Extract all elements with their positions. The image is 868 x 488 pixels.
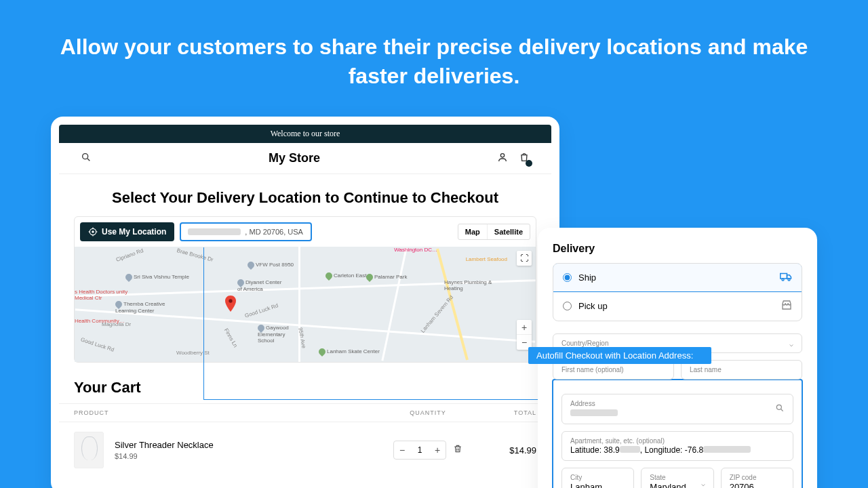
cart-table-header: PRODUCT QUANTITY TOTAL [59,403,551,422]
map-poi: Carleton East [326,272,366,279]
zoom-control: + − [517,320,532,350]
welcome-bar: Welcome to our store [59,125,551,143]
chevron-down-icon: ⌵ [789,340,793,347]
pickup-option[interactable]: Pick up [553,291,802,321]
zip-field[interactable]: ZIP code20706 [721,468,793,488]
ship-option[interactable]: Ship [553,263,802,292]
cart-item-row: Silver Threader Necklace $14.99 − 1 + $1… [59,422,551,478]
road-label: Finns Ln [223,327,239,348]
store-card: Welcome to our store My Store Select You… [51,117,559,488]
map-canvas[interactable]: Cipriano Rd Brae Brooke Dr Good Luck Rd … [75,247,536,362]
map-poi: Palamar Park [366,274,407,281]
autofill-banner: Autofill Checkout with Location Address: [528,347,711,364]
city-field[interactable]: CityLanham [561,468,634,488]
select-location-title: Select Your Delivery Location to Continu… [59,189,551,207]
map-poi: Sri Siva Vishnu Temple [125,274,189,281]
pickup-radio[interactable] [563,302,572,310]
quantity-stepper: − 1 + [393,441,446,460]
delivery-title: Delivery [553,243,802,255]
location-pin-icon [225,296,236,312]
map-type-toggle[interactable]: Map Satellite [458,224,530,240]
account-icon[interactable] [497,152,508,165]
road-label: Good Luck Rd [80,336,115,352]
svg-point-2 [500,153,504,157]
road-label: Brae Brooke Dr [176,247,214,263]
address-field[interactable]: Address [561,394,793,424]
store-icon [781,300,792,312]
road-label: Good Luck Rd [244,302,279,319]
map-poi: Diyanet Center of America [237,279,285,292]
qty-increase-button[interactable]: + [429,441,446,459]
svg-point-11 [782,279,784,281]
apartment-field[interactable]: Apartment, suite, etc. (optional) Latitu… [561,431,793,461]
product-name: Silver Threader Necklace [115,440,374,450]
remove-item-button[interactable] [453,444,462,456]
headline: Allow your customers to share their prec… [0,0,868,107]
map-poi: Lanham Skate Center [319,348,380,355]
svg-line-14 [781,409,783,411]
svg-point-13 [776,405,781,409]
item-total: $14.99 [482,445,536,455]
autofill-group: Address Apartment, suite, etc. (optional… [552,379,803,488]
ship-radio[interactable] [563,273,572,282]
svg-point-9 [229,299,232,302]
svg-point-4 [92,231,94,232]
map-poi: Gaywood Elementary School [258,325,298,344]
map-view-button[interactable]: Map [458,224,488,239]
svg-point-0 [83,153,88,159]
cart-icon[interactable] [519,152,530,165]
map-poi: Washington DC… [394,247,437,253]
fullscreen-button[interactable]: ⛶ [517,251,532,266]
search-icon[interactable] [81,152,92,165]
state-select[interactable]: StateMaryland⌵ [641,468,713,488]
use-my-location-button[interactable]: Use My Location [80,222,174,241]
svg-line-1 [87,159,90,161]
satellite-view-button[interactable]: Satellite [488,224,530,239]
map-poi: Health Community… [75,318,125,324]
road-label: Lanham Severn Rd [420,294,454,334]
product-thumbnail [74,432,104,468]
delivery-card: Delivery Ship Pick up Country/Region ⌵ F… [538,228,817,488]
map-poi: s Health Doctors unity Medical Ctr [75,289,129,301]
store-header: My Store [59,143,551,174]
svg-rect-10 [781,274,787,279]
road-label: Woodberry St [176,350,210,356]
map-card: Use My Location , MD 20706, USA Map Sate… [74,216,536,363]
map-poi: VFW Post 8950 [248,262,294,268]
product-price: $14.99 [115,452,374,460]
truck-icon [780,272,792,283]
road-label: Cipriano Rd [115,247,144,263]
search-icon [775,403,785,415]
qty-decrease-button[interactable]: − [394,441,410,459]
chevron-down-icon: ⌵ [701,479,705,487]
delivery-method-group: Ship Pick up [553,263,802,321]
zoom-in-button[interactable]: + [517,320,532,335]
map-poi: Haynes Plumbing & Heating [444,279,498,291]
location-search-input[interactable]: , MD 20706, USA [180,222,312,241]
qty-value: 1 [410,445,429,455]
svg-point-12 [788,279,790,281]
cart-title: Your Cart [74,379,536,396]
map-poi: Lambert Seafood [466,256,507,262]
store-name: My Store [269,151,320,165]
map-poi: Themba Creative Learning Center [115,301,176,314]
